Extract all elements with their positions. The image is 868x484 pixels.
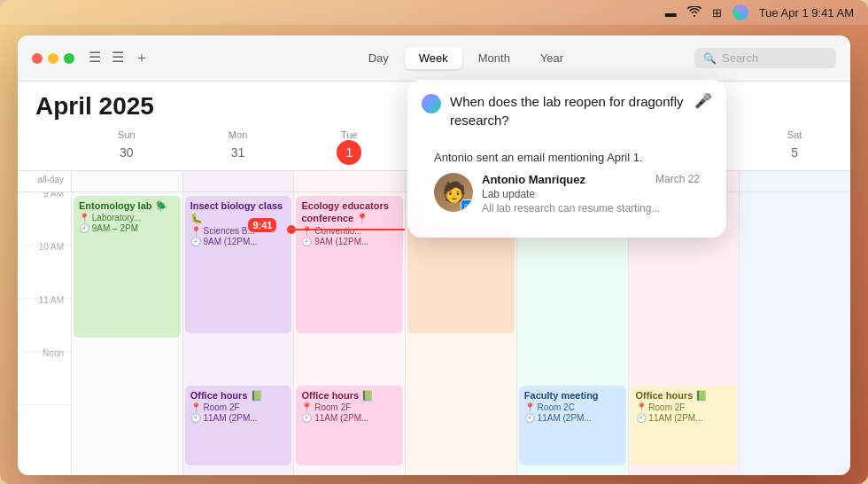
minimize-button[interactable]: [48, 53, 58, 64]
avatar: 🧑 ✉: [434, 173, 473, 212]
time-slot-9am: 9 AM: [18, 192, 71, 246]
email-date: March 22: [655, 173, 700, 186]
time-label-9am: 9 AM: [43, 192, 64, 199]
close-button[interactable]: [32, 53, 43, 64]
event-time: 🕙 11AM (2PM...: [636, 413, 732, 423]
event-faculty-meeting[interactable]: Faculty meeting 📍 Room 2C 🕙 11AM (2PM...: [519, 386, 626, 465]
allday-sun: [71, 171, 182, 191]
time-label-noon: Noon: [43, 348, 64, 358]
event-title: Faculty meeting: [524, 389, 621, 402]
allday-mon: [182, 171, 294, 191]
email-info: Antonio Manriquez March 22 Lab update Al…: [482, 173, 700, 215]
control-center-icon[interactable]: ⊞: [712, 6, 722, 20]
time-line: [294, 229, 405, 230]
inbox-icon[interactable]: ☰: [112, 49, 124, 67]
search-placeholder: Search: [722, 51, 758, 65]
menubar: ▬ ⊞ Tue Apr 1 9:41 AM: [0, 0, 868, 25]
desktop: ▬ ⊞ Tue Apr 1 9:41 AM: [0, 0, 868, 484]
siri-icon[interactable]: [732, 4, 748, 20]
tab-year[interactable]: Year: [526, 47, 577, 69]
day-col-mon: Insect biology class 🐛 📍 Sciences B... 🕘…: [182, 192, 294, 475]
time-label-11am: 11 AM: [39, 295, 64, 305]
event-location: 📍 Room 2F: [636, 402, 732, 412]
time-slot-noon: Noon: [18, 352, 71, 405]
siri-response: Antonio sent an email mentioning April 1…: [422, 140, 712, 225]
time-slot-10am: 10 AM: [18, 246, 71, 299]
titlebar-icons: ☰ ☰ ＋: [89, 49, 149, 67]
email-header-row: Antonio Manriquez March 22: [482, 173, 700, 186]
traffic-lights: [32, 53, 74, 64]
day-col-sun: Entomology lab 🪲 📍 Laboratory... 🕘 9AM –…: [71, 192, 182, 475]
tab-month[interactable]: Month: [464, 47, 524, 69]
tab-day[interactable]: Day: [354, 47, 403, 69]
day-header-sat: Sat 5: [739, 124, 850, 170]
time-dot: [287, 225, 296, 234]
event-location: 📍 Conventio...: [301, 226, 398, 236]
day-header-mon: Mon 31: [182, 124, 294, 170]
event-entomology-lab[interactable]: Entomology lab 🪲 📍 Laboratory... 🕘 9AM –…: [74, 196, 181, 338]
current-time-container: 9:41: [294, 229, 405, 230]
event-time: 🕙 11AM (2PM...: [524, 413, 621, 423]
nav-tabs: Day Week Month Year: [354, 47, 578, 69]
day-col-tue: 9:41 Ecology educators conference 📍 📍 Co…: [293, 192, 405, 475]
event-time: 🕙 11AM (2PM...: [190, 413, 287, 423]
siri-response-text: Antonio sent an email mentioning April 1…: [434, 151, 700, 164]
event-location: 📍 Laboratory...: [79, 213, 175, 222]
tab-week[interactable]: Week: [405, 47, 462, 69]
email-badge-icon: ✉: [461, 199, 473, 212]
wifi-icon: [687, 6, 701, 20]
siri-query-text: When does the lab reopen for dragonfly r…: [450, 92, 686, 129]
event-office-hours-fri[interactable]: Office hours 📗 📍 Room 2F 🕙 11AM (2PM...: [631, 386, 738, 465]
search-bar[interactable]: 🔍 Search: [694, 48, 836, 68]
allday-label: all-day: [18, 171, 71, 191]
titlebar: ☰ ☰ ＋ Day Week Month Year 🔍 Search: [18, 35, 850, 82]
day-header-sun: Sun 30: [71, 124, 182, 170]
siri-icon: [422, 94, 441, 113]
day-col-sat: [739, 192, 850, 475]
event-time: 🕘 9AM – 2PM: [79, 223, 175, 233]
event-title: Ecology educators conference 📍: [301, 199, 398, 225]
allday-tue: [293, 171, 405, 191]
email-preview-body: All lab research can resume starting...: [482, 202, 700, 215]
time-column: 9 AM 10 AM 11 AM Noon: [18, 192, 71, 475]
allday-sat: [739, 171, 850, 191]
event-title: Entomology lab 🪲: [79, 199, 175, 212]
event-title: Office hours 📗: [636, 389, 732, 402]
day-header-tue: Tue 1: [293, 124, 405, 170]
sidebar-toggle-icon[interactable]: ☰: [89, 49, 101, 67]
siri-mic-icon[interactable]: 🎤: [694, 92, 712, 109]
time-label-10am: 10 AM: [39, 242, 64, 252]
email-subject: Lab update: [482, 188, 700, 200]
add-event-icon[interactable]: ＋: [135, 49, 149, 67]
event-office-hours-mon[interactable]: Office hours 📗 📍 Room 2F 🕙 11AM (2PM...: [185, 386, 292, 465]
time-slot-11am: 11 AM: [18, 299, 71, 352]
maximize-button[interactable]: [64, 53, 74, 64]
search-icon: 🔍: [703, 52, 717, 65]
time-badge: 9:41: [248, 218, 276, 232]
menubar-datetime: Tue Apr 1 9:41 AM: [759, 6, 854, 20]
event-office-hours-tue[interactable]: Office hours 📗 📍 Room 2F 🕙 11AM (2PM...: [296, 386, 403, 465]
event-location: 📍 Room 2C: [524, 402, 621, 412]
siri-popup: When does the lab reopen for dragonfly r…: [407, 80, 726, 238]
event-location: 📍 Room 2F: [190, 402, 287, 412]
battery-icon: ▬: [665, 6, 677, 20]
event-title: Office hours 📗: [301, 389, 398, 402]
event-title: Office hours 📗: [190, 389, 287, 402]
email-sender: Antonio Manriquez: [482, 173, 585, 186]
event-time: 🕙 11AM (2PM...: [301, 413, 398, 423]
event-insect-biology[interactable]: Insect biology class 🐛 📍 Sciences B... 🕘…: [185, 196, 292, 333]
siri-query: When does the lab reopen for dragonfly r…: [422, 92, 712, 129]
event-time: 🕘 9AM (12PM...: [190, 237, 287, 246]
event-location: 📍 Room 2F: [301, 402, 398, 412]
email-preview[interactable]: 🧑 ✉ Antonio Manriquez March 22 Lab updat…: [434, 173, 700, 215]
event-ecology-conf[interactable]: Ecology educators conference 📍 📍 Convent…: [296, 196, 403, 333]
event-time: 🕘 9AM (12PM...: [301, 237, 398, 246]
